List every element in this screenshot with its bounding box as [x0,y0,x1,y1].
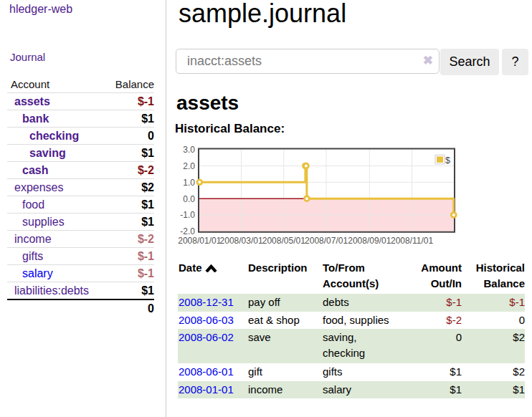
svg-text:2.0: 2.0 [183,161,195,171]
svg-text:2008/03/01: 2008/03/01 [220,236,263,246]
svg-text:0.0: 0.0 [183,194,195,204]
svg-text:2008/11/01: 2008/11/01 [391,236,433,246]
svg-text:3.0: 3.0 [183,145,195,155]
svg-text:2008/07/01: 2008/07/01 [305,236,348,246]
svg-text:2008/09/01: 2008/09/01 [348,236,391,246]
svg-text:-1.0: -1.0 [180,210,195,220]
svg-text:2008/05/01: 2008/05/01 [262,236,305,246]
svg-text:-2.0: -2.0 [180,226,195,236]
svg-text:2008/01/01: 2008/01/01 [178,236,221,246]
svg-text:$: $ [445,155,450,166]
svg-text:1.0: 1.0 [183,178,195,188]
